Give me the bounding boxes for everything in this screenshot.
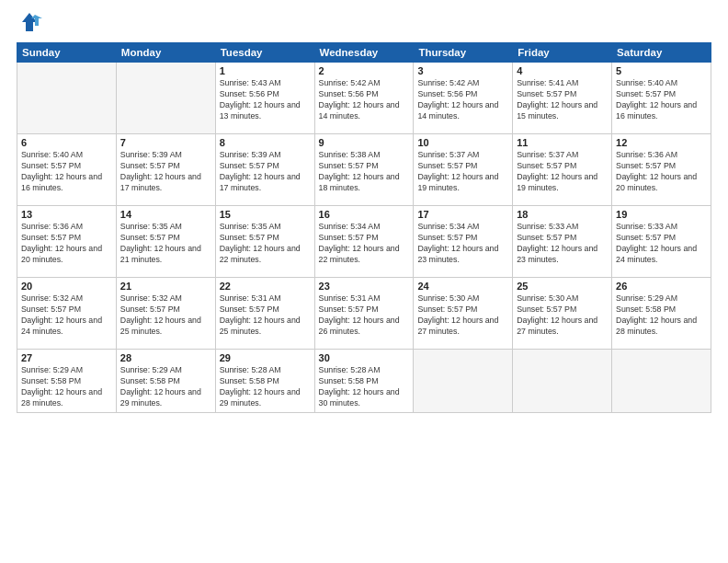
day-number: 19 (616, 209, 707, 220)
calendar-cell: 6Sunrise: 5:40 AM Sunset: 5:57 PM Daylig… (17, 134, 117, 206)
day-info: Sunrise: 5:32 AM Sunset: 5:57 PM Dayligh… (21, 293, 112, 338)
day-number: 16 (319, 209, 410, 220)
day-number: 13 (21, 209, 112, 220)
day-info: Sunrise: 5:36 AM Sunset: 5:57 PM Dayligh… (21, 222, 112, 266)
calendar-cell: 30Sunrise: 5:28 AM Sunset: 5:58 PM Dayli… (314, 350, 414, 413)
day-info: Sunrise: 5:31 AM Sunset: 5:57 PM Dayligh… (220, 293, 311, 338)
calendar-cell: 26Sunrise: 5:29 AM Sunset: 5:58 PM Dayli… (612, 278, 711, 350)
week-row-1: 1Sunrise: 5:43 AM Sunset: 5:56 PM Daylig… (17, 63, 711, 134)
calendar-cell: 16Sunrise: 5:34 AM Sunset: 5:57 PM Dayli… (314, 206, 414, 278)
week-row-5: 27Sunrise: 5:29 AM Sunset: 5:58 PM Dayli… (17, 350, 711, 413)
calendar-cell: 3Sunrise: 5:42 AM Sunset: 5:56 PM Daylig… (414, 63, 513, 134)
day-number: 25 (517, 281, 608, 292)
day-number: 12 (616, 137, 707, 148)
calendar-cell: 2Sunrise: 5:42 AM Sunset: 5:56 PM Daylig… (314, 63, 414, 134)
day-number: 15 (220, 209, 311, 220)
calendar-cell: 1Sunrise: 5:43 AM Sunset: 5:56 PM Daylig… (215, 63, 314, 134)
calendar-cell: 7Sunrise: 5:39 AM Sunset: 5:57 PM Daylig… (116, 134, 215, 206)
day-number: 22 (220, 281, 311, 292)
day-info: Sunrise: 5:41 AM Sunset: 5:57 PM Dayligh… (517, 78, 608, 122)
calendar-cell: 11Sunrise: 5:37 AM Sunset: 5:57 PM Dayli… (513, 134, 612, 206)
weekday-header-thursday: Thursday (414, 43, 513, 63)
calendar: SundayMondayTuesdayWednesdayThursdayFrid… (17, 42, 711, 413)
calendar-cell: 4Sunrise: 5:41 AM Sunset: 5:57 PM Daylig… (513, 63, 612, 134)
day-number: 3 (417, 65, 508, 76)
calendar-cell (116, 63, 215, 134)
day-info: Sunrise: 5:28 AM Sunset: 5:58 PM Dayligh… (319, 365, 410, 409)
week-row-4: 20Sunrise: 5:32 AM Sunset: 5:57 PM Dayli… (17, 278, 711, 350)
day-number: 7 (120, 137, 211, 148)
calendar-cell: 24Sunrise: 5:30 AM Sunset: 5:57 PM Dayli… (414, 278, 513, 350)
day-info: Sunrise: 5:29 AM Sunset: 5:58 PM Dayligh… (616, 293, 707, 338)
calendar-cell: 13Sunrise: 5:36 AM Sunset: 5:57 PM Dayli… (17, 206, 117, 278)
day-info: Sunrise: 5:39 AM Sunset: 5:57 PM Dayligh… (220, 150, 311, 194)
day-number: 21 (120, 281, 211, 292)
day-info: Sunrise: 5:31 AM Sunset: 5:57 PM Dayligh… (319, 293, 410, 338)
day-number: 10 (417, 137, 508, 148)
weekday-header-monday: Monday (116, 43, 215, 63)
week-row-3: 13Sunrise: 5:36 AM Sunset: 5:57 PM Dayli… (17, 206, 711, 278)
weekday-header-wednesday: Wednesday (314, 43, 414, 63)
day-number: 9 (319, 137, 410, 148)
calendar-cell (612, 350, 711, 413)
day-info: Sunrise: 5:39 AM Sunset: 5:57 PM Dayligh… (120, 150, 211, 194)
day-number: 6 (21, 137, 112, 148)
calendar-cell: 23Sunrise: 5:31 AM Sunset: 5:57 PM Dayli… (314, 278, 414, 350)
day-info: Sunrise: 5:29 AM Sunset: 5:58 PM Dayligh… (120, 365, 211, 409)
day-info: Sunrise: 5:33 AM Sunset: 5:57 PM Dayligh… (517, 222, 608, 266)
day-number: 4 (517, 65, 608, 76)
day-number: 30 (319, 352, 410, 363)
day-number: 17 (417, 209, 508, 220)
weekday-header-tuesday: Tuesday (215, 43, 314, 63)
day-number: 5 (616, 65, 707, 76)
day-info: Sunrise: 5:35 AM Sunset: 5:57 PM Dayligh… (220, 222, 311, 266)
calendar-cell: 29Sunrise: 5:28 AM Sunset: 5:58 PM Dayli… (215, 350, 314, 413)
calendar-cell: 21Sunrise: 5:32 AM Sunset: 5:57 PM Dayli… (116, 278, 215, 350)
header (17, 9, 711, 35)
page: SundayMondayTuesdayWednesdayThursdayFrid… (0, 0, 728, 563)
day-info: Sunrise: 5:42 AM Sunset: 5:56 PM Dayligh… (417, 78, 508, 122)
day-info: Sunrise: 5:33 AM Sunset: 5:57 PM Dayligh… (616, 222, 707, 266)
day-number: 23 (319, 281, 410, 292)
weekday-header-friday: Friday (513, 43, 612, 63)
day-number: 26 (616, 281, 707, 292)
calendar-cell: 15Sunrise: 5:35 AM Sunset: 5:57 PM Dayli… (215, 206, 314, 278)
day-info: Sunrise: 5:43 AM Sunset: 5:56 PM Dayligh… (220, 78, 311, 122)
day-number: 29 (220, 352, 311, 363)
day-number: 11 (517, 137, 608, 148)
logo-icon (17, 9, 42, 35)
day-info: Sunrise: 5:38 AM Sunset: 5:57 PM Dayligh… (319, 150, 410, 194)
calendar-cell: 22Sunrise: 5:31 AM Sunset: 5:57 PM Dayli… (215, 278, 314, 350)
day-info: Sunrise: 5:34 AM Sunset: 5:57 PM Dayligh… (417, 222, 508, 266)
day-number: 24 (417, 281, 508, 292)
calendar-cell: 25Sunrise: 5:30 AM Sunset: 5:57 PM Dayli… (513, 278, 612, 350)
day-info: Sunrise: 5:42 AM Sunset: 5:56 PM Dayligh… (319, 78, 410, 122)
day-info: Sunrise: 5:34 AM Sunset: 5:57 PM Dayligh… (319, 222, 410, 266)
day-number: 8 (220, 137, 311, 148)
calendar-cell: 14Sunrise: 5:35 AM Sunset: 5:57 PM Dayli… (116, 206, 215, 278)
day-info: Sunrise: 5:35 AM Sunset: 5:57 PM Dayligh… (120, 222, 211, 266)
day-info: Sunrise: 5:29 AM Sunset: 5:58 PM Dayligh… (21, 365, 112, 409)
day-info: Sunrise: 5:28 AM Sunset: 5:58 PM Dayligh… (220, 365, 311, 409)
day-number: 28 (120, 352, 211, 363)
logo-area (17, 9, 46, 35)
calendar-cell: 10Sunrise: 5:37 AM Sunset: 5:57 PM Dayli… (414, 134, 513, 206)
calendar-cell: 18Sunrise: 5:33 AM Sunset: 5:57 PM Dayli… (513, 206, 612, 278)
day-number: 27 (21, 352, 112, 363)
day-number: 2 (319, 65, 410, 76)
day-info: Sunrise: 5:36 AM Sunset: 5:57 PM Dayligh… (616, 150, 707, 194)
calendar-cell: 28Sunrise: 5:29 AM Sunset: 5:58 PM Dayli… (116, 350, 215, 413)
calendar-cell: 12Sunrise: 5:36 AM Sunset: 5:57 PM Dayli… (612, 134, 711, 206)
calendar-cell: 27Sunrise: 5:29 AM Sunset: 5:58 PM Dayli… (17, 350, 117, 413)
day-info: Sunrise: 5:32 AM Sunset: 5:57 PM Dayligh… (120, 293, 211, 338)
day-info: Sunrise: 5:30 AM Sunset: 5:57 PM Dayligh… (517, 293, 608, 338)
day-number: 14 (120, 209, 211, 220)
weekday-header-row: SundayMondayTuesdayWednesdayThursdayFrid… (17, 43, 711, 63)
day-info: Sunrise: 5:40 AM Sunset: 5:57 PM Dayligh… (21, 150, 112, 194)
day-info: Sunrise: 5:37 AM Sunset: 5:57 PM Dayligh… (517, 150, 608, 194)
calendar-cell: 8Sunrise: 5:39 AM Sunset: 5:57 PM Daylig… (215, 134, 314, 206)
weekday-header-sunday: Sunday (17, 43, 117, 63)
day-number: 18 (517, 209, 608, 220)
day-number: 20 (21, 281, 112, 292)
calendar-cell: 17Sunrise: 5:34 AM Sunset: 5:57 PM Dayli… (414, 206, 513, 278)
